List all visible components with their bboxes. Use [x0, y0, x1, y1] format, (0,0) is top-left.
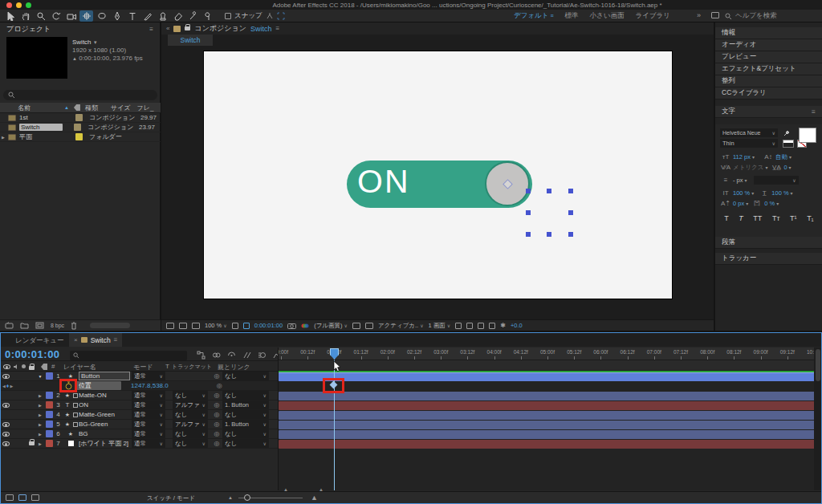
stroke-width-value[interactable]: - px: [733, 177, 743, 184]
parent-pickwhip-icon[interactable]: ◎: [211, 392, 222, 399]
camera-select[interactable]: アクティブカ..∨: [378, 322, 424, 330]
snap-checkbox[interactable]: [225, 13, 231, 19]
eye-toggle[interactable]: [1, 432, 10, 437]
eye-toggle[interactable]: [1, 422, 10, 427]
workspace-tab-ライブラリ[interactable]: ライブラリ: [635, 11, 670, 21]
draft-3d-icon[interactable]: [212, 351, 221, 360]
zoom-out-mountain-icon[interactable]: ▲: [228, 495, 233, 500]
layer-row-BG-Green[interactable]: ▶5★BG-Green通常∨アルファ∨◎1. Button∨: [1, 420, 278, 429]
close-tab-icon[interactable]: ×: [74, 336, 78, 343]
timeline-timecode[interactable]: 0:00:01:00: [5, 348, 60, 360]
blend-mode-select[interactable]: 通常∨: [132, 410, 165, 419]
bit-depth-label[interactable]: 8 bpc: [51, 323, 64, 328]
collapse-frame-icon[interactable]: [73, 413, 78, 417]
clone-stamp-tool[interactable]: [156, 10, 169, 22]
project-columns-header[interactable]: 名前 ▲ 種類 サイズ フレ_: [0, 103, 161, 113]
tracker-panel-header[interactable]: トラッカー: [715, 253, 822, 265]
stepper-icon[interactable]: ▾: [776, 201, 779, 206]
new-composition-icon[interactable]: [35, 322, 44, 329]
timeline-columns-header[interactable]: # レイヤー名 モード T トラックマット 親とリンク: [1, 360, 278, 372]
parent-select[interactable]: なし∨: [222, 372, 269, 380]
layer-color-chip[interactable]: [44, 440, 54, 447]
preview-mode-icon[interactable]: [166, 323, 174, 329]
parent-select[interactable]: なし∨: [222, 439, 269, 448]
minimize-window-button[interactable]: [16, 2, 22, 8]
panel-menu-icon[interactable]: ≡: [149, 26, 153, 33]
panel-menu-icon[interactable]: ≡: [812, 108, 816, 116]
layer-row-BG[interactable]: ▶6★BG通常∨なし∨◎なし∨: [1, 429, 278, 439]
workspace-tab-小さい画面[interactable]: 小さい画面: [590, 11, 625, 21]
zoom-in-mountain-icon[interactable]: ▲: [311, 494, 318, 502]
render-queue-tab[interactable]: レンダーキュー: [15, 336, 64, 346]
auto-leading-value[interactable]: 自動: [775, 153, 787, 161]
track-matte-select[interactable]: なし∨: [173, 439, 208, 448]
timeline-search[interactable]: [70, 351, 187, 360]
layer-row-ON[interactable]: ▶3TON通常∨アルファ∨◎1. Button∨: [1, 400, 278, 410]
blend-mode-select[interactable]: 通常∨: [132, 420, 165, 429]
puppet-pin-tool[interactable]: [201, 10, 215, 22]
blend-mode-select[interactable]: 通常∨: [132, 391, 165, 400]
expand-transfer-controls-icon[interactable]: [18, 494, 26, 501]
keyframe-navigator[interactable]: ◀♦▶: [1, 383, 22, 388]
layer-name[interactable]: BG-Green: [79, 421, 130, 428]
keyframe-toggle-icon[interactable]: ♦: [6, 383, 10, 388]
tsume-value[interactable]: 0 %: [764, 200, 775, 207]
stepper-icon[interactable]: ▾: [791, 190, 793, 196]
blend-mode-select[interactable]: 通常∨: [132, 439, 165, 448]
parent-select[interactable]: なし∨: [222, 410, 269, 419]
fast-preview-icon[interactable]: [466, 323, 473, 329]
parent-pickwhip-icon[interactable]: ◎: [211, 421, 222, 428]
expand-inout-icon[interactable]: [31, 494, 39, 501]
layer-row-Matte-ON[interactable]: ▶2★Matte-ON通常∨なし∨◎なし∨: [1, 391, 278, 400]
switches-modes-toggle[interactable]: スイッチ / モード: [147, 494, 195, 502]
track-matte-select[interactable]: なし∨: [173, 429, 208, 438]
fill-color-swatch[interactable]: [799, 128, 816, 143]
hand-tool[interactable]: [18, 10, 32, 22]
track-matte-select[interactable]: アルファ∨: [173, 400, 208, 409]
blend-mode-select[interactable]: 通常∨: [132, 400, 165, 409]
composition-flowchart-icon[interactable]: [197, 351, 206, 360]
layer-color-chip[interactable]: [44, 392, 54, 399]
parent-select[interactable]: 1. Button∨: [222, 400, 269, 409]
font-size-value[interactable]: 112 px: [733, 153, 751, 161]
expand-arrow[interactable]: ▶: [36, 441, 44, 446]
pan-behind-tool[interactable]: [79, 10, 93, 22]
expand-arrow[interactable]: ▶: [36, 432, 44, 437]
next-keyframe-icon[interactable]: ▶: [10, 384, 13, 388]
resolution-select[interactable]: (フル画質)∨: [314, 322, 348, 330]
faux-style-button[interactable]: TT: [753, 214, 762, 222]
lock-toggle[interactable]: [27, 441, 36, 445]
dual-monitor-icon[interactable]: [192, 323, 200, 329]
selection-handle[interactable]: [547, 189, 551, 193]
project-item-name[interactable]: 平面: [19, 132, 63, 141]
character-panel-header[interactable]: 文字≡: [715, 106, 822, 118]
flowchart-icon[interactable]: [489, 323, 495, 329]
zoom-tool[interactable]: [34, 10, 47, 22]
vertical-scale-value[interactable]: 100 %: [733, 189, 750, 197]
guides-icon[interactable]: [232, 323, 238, 329]
track-matte-select[interactable]: なし∨: [173, 410, 208, 419]
selection-handle[interactable]: [526, 189, 531, 193]
frame-blending-icon[interactable]: [242, 351, 251, 360]
expand-arrow[interactable]: ▶: [36, 393, 44, 398]
layer-color-chip[interactable]: [44, 421, 54, 428]
disclosure-icon[interactable]: ▶: [2, 135, 6, 140]
parent-pickwhip-icon[interactable]: ◎: [211, 411, 222, 418]
layer-color-chip[interactable]: [44, 372, 54, 380]
selection-handle[interactable]: [568, 232, 573, 237]
layer-row-Button[interactable]: ▼1★Button通常∨◎なし∨: [1, 372, 278, 381]
layer-bar-Button[interactable]: [279, 372, 815, 381]
monitor-icon[interactable]: [179, 323, 187, 329]
layer-color-chip[interactable]: [44, 430, 54, 437]
layer-row-Matte-Green[interactable]: ▶4★Matte-Green通常∨なし∨◎なし∨: [1, 410, 278, 420]
selection-handle[interactable]: [526, 232, 531, 237]
roto-brush-tool[interactable]: [186, 10, 200, 22]
stepper-icon[interactable]: ▾: [765, 165, 767, 170]
property-value[interactable]: 1247.8,538.0: [131, 382, 169, 389]
composition-tab[interactable]: Switch: [168, 35, 213, 46]
workspace-tab-標準[interactable]: 標準: [565, 11, 579, 21]
collapse-frame-icon[interactable]: [73, 403, 78, 408]
project-row[interactable]: ▶平面フォルダー: [0, 132, 161, 142]
layer-name[interactable]: Matte-ON: [79, 392, 130, 399]
project-row[interactable]: Switchコンポジション23.97: [0, 123, 161, 132]
